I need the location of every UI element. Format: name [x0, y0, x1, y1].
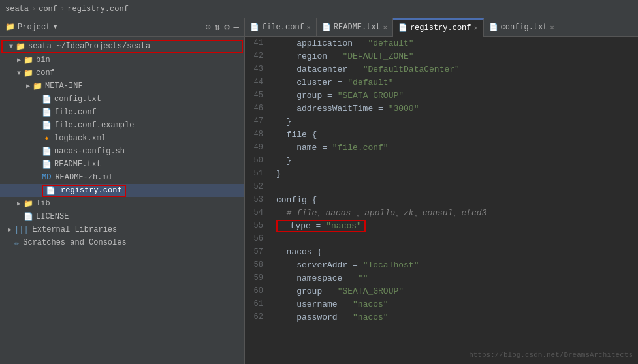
- add-icon[interactable]: ⊕: [205, 22, 210, 33]
- arrow-bin: ▶: [14, 56, 24, 64]
- tree-label-readme-txt: README.txt: [54, 160, 101, 169]
- line-content: type = "nacos": [271, 219, 638, 232]
- project-label: Project: [18, 23, 50, 32]
- table-row: 58 serverAddr = "localhost": [245, 258, 638, 271]
- tree-item-readme-txt[interactable]: 📄 README.txt: [0, 158, 244, 171]
- tree-item-readme-zh-md[interactable]: MD README-zh.md: [0, 171, 244, 184]
- tabs-bar: 📄 file.conf ✕ 📄 README.txt ✕ 📄 registry.…: [245, 18, 638, 37]
- tab-icon-file-conf: 📄: [250, 23, 259, 31]
- tree-label-readme-zh-md: README-zh.md: [55, 173, 111, 182]
- table-row: 57 nacos {: [245, 245, 638, 258]
- line-content: }: [271, 115, 638, 128]
- tree-item-license[interactable]: 📄 LICENSE: [0, 210, 244, 223]
- tab-registry-conf[interactable]: 📄 registry.conf ✕: [393, 18, 484, 37]
- tree-item-lib[interactable]: ▶ 📁 lib: [0, 197, 244, 210]
- line-number: 54: [245, 206, 271, 219]
- tree-label-config-txt: config.txt: [54, 95, 101, 104]
- line-content: cluster = "default": [271, 76, 638, 89]
- project-header-actions: ⊕ ⇅ ⚙ —: [205, 22, 239, 33]
- main-layout: 📁 Project ▼ ⊕ ⇅ ⚙ — ▼ 📁 seata ~/IdeaProj…: [0, 18, 638, 364]
- tree-item-conf[interactable]: ▼ 📁 conf: [0, 67, 244, 80]
- tab-close-file-conf[interactable]: ✕: [307, 23, 311, 31]
- tab-label-readme-txt: README.txt: [334, 23, 381, 32]
- breadcrumb-seata: seata: [5, 5, 29, 14]
- tree-item-external-libraries[interactable]: ▶ ||| External Libraries: [0, 223, 244, 236]
- sort-icon[interactable]: ⇅: [215, 22, 220, 33]
- file-icon-file-conf-example: 📄: [42, 121, 52, 130]
- line-number: 56: [245, 232, 271, 245]
- tab-label-file-conf: file.conf: [262, 23, 304, 32]
- tab-close-config-txt[interactable]: ✕: [550, 23, 554, 31]
- line-content: region = "DEFAULT_ZONE": [271, 50, 638, 63]
- line-content: addressWaitTime = "3000": [271, 102, 638, 115]
- tree-item-config-txt[interactable]: 📄 config.txt: [0, 93, 244, 106]
- tree-label-file-conf-example: file.conf.example: [54, 121, 134, 130]
- tab-label-registry-conf: registry.conf: [410, 23, 471, 33]
- table-row: 51}: [245, 167, 638, 180]
- minimize-icon[interactable]: —: [234, 22, 239, 33]
- table-row: 55 type = "nacos": [245, 219, 638, 232]
- breadcrumb: seata › conf › registry.conf: [5, 5, 129, 14]
- tab-readme-txt[interactable]: 📄 README.txt ✕: [317, 18, 393, 37]
- line-content: serverAddr = "localhost": [271, 258, 638, 271]
- folder-icon: 📁: [5, 22, 15, 32]
- line-number: 44: [245, 76, 271, 89]
- tree-item-file-conf[interactable]: 📄 file.conf: [0, 106, 244, 119]
- line-content: datacenter = "DefaultDataCenter": [271, 63, 638, 76]
- tree-item-bin[interactable]: ▶ 📁 bin: [0, 53, 244, 67]
- line-content: config {: [271, 193, 638, 206]
- tree-item-registry-conf[interactable]: 📄 registry.conf: [0, 184, 244, 197]
- tree-label-seata: seata ~/IdeaProjects/seata: [28, 42, 150, 51]
- table-row: 60 group = "SEATA_GROUP": [245, 284, 638, 297]
- tree-item-file-conf-example[interactable]: 📄 file.conf.example: [0, 119, 244, 132]
- line-content: file {: [271, 128, 638, 141]
- line-number: 47: [245, 115, 271, 128]
- line-content: }: [271, 154, 638, 167]
- table-row: 61 username = "nacos": [245, 297, 638, 311]
- line-number: 58: [245, 258, 271, 271]
- line-number: 48: [245, 128, 271, 141]
- tree-item-seata[interactable]: ▼ 📁 seata ~/IdeaProjects/seata: [1, 40, 243, 53]
- table-row: 47 }: [245, 115, 638, 128]
- tab-close-readme-txt[interactable]: ✕: [383, 23, 387, 31]
- title-bar: seata › conf › registry.conf: [0, 0, 638, 18]
- line-content: application = "default": [271, 37, 638, 50]
- line-number: 49: [245, 141, 271, 154]
- tree-label-file-conf: file.conf: [54, 108, 97, 117]
- table-row: 43 datacenter = "DefaultDataCenter": [245, 63, 638, 76]
- table-row: 45 group = "SEATA_GROUP": [245, 89, 638, 102]
- tree-item-meta-inf[interactable]: ▶ 📁 META-INF: [0, 80, 244, 93]
- line-number: 57: [245, 245, 271, 258]
- tab-icon-readme-txt: 📄: [322, 23, 331, 31]
- line-number: 51: [245, 167, 271, 180]
- tree-label-scratches: Scratches and Consoles: [23, 238, 126, 247]
- tab-close-registry-conf[interactable]: ✕: [474, 24, 478, 32]
- arrow-conf: ▼: [14, 70, 24, 77]
- folder-icon-meta-inf: 📁: [33, 82, 42, 91]
- tab-file-conf[interactable]: 📄 file.conf ✕: [245, 18, 317, 37]
- table-row: 52: [245, 180, 638, 193]
- file-icon-readme-txt: 📄: [42, 160, 52, 170]
- code-table: 41 application = "default"42 region = "D…: [245, 37, 638, 324]
- tree-item-nacos-config-sh[interactable]: 📄 nacos-config.sh: [0, 145, 244, 158]
- line-number: 50: [245, 154, 271, 167]
- file-icon-nacos-config-sh: 📄: [42, 147, 52, 157]
- tree-item-logback-xml[interactable]: 🔸 logback.xml: [0, 132, 244, 145]
- line-number: 60: [245, 284, 271, 297]
- table-row: 62 password = "nacos": [245, 311, 638, 324]
- line-number: 45: [245, 89, 271, 102]
- table-row: 41 application = "default": [245, 37, 638, 50]
- line-content: [271, 232, 638, 245]
- tab-config-txt[interactable]: 📄 config.txt ✕: [484, 18, 560, 37]
- gear-icon[interactable]: ⚙: [224, 22, 229, 33]
- code-area[interactable]: 41 application = "default"42 region = "D…: [245, 37, 638, 364]
- icon-scratches: ✏: [14, 238, 19, 248]
- line-content: }: [271, 167, 638, 180]
- tree-item-scratches[interactable]: ✏ Scratches and Consoles: [0, 236, 244, 249]
- line-number: 41: [245, 37, 271, 50]
- line-number: 55: [245, 219, 271, 232]
- table-row: 44 cluster = "default": [245, 76, 638, 89]
- line-content: nacos {: [271, 245, 638, 258]
- file-icon-license: 📄: [24, 212, 33, 222]
- line-content: # file、nacos 、apollo、zk、consul、etcd3: [271, 206, 638, 219]
